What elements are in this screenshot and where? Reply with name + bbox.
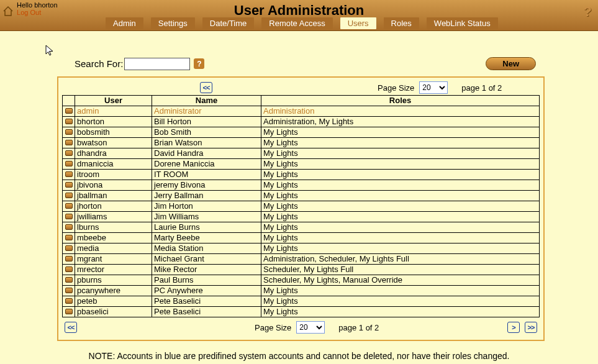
cell-user[interactable]: peteb [75,296,152,307]
table-row[interactable]: mgrantMichael GrantAdministration, Sched… [63,254,540,265]
cell-name[interactable]: PC Anywhere [152,286,261,296]
cell-name[interactable]: David Handra [152,148,261,159]
cell-name[interactable]: Jerry Ballman [152,191,261,201]
table-row[interactable]: jballmanJerry BallmanMy Lights [63,191,540,201]
cell-roles[interactable]: My Lights [261,212,540,222]
cell-user[interactable]: jballman [75,191,152,201]
cell-roles[interactable]: My Lights [261,296,540,307]
logout-link[interactable]: Log Out [17,9,41,16]
row-icon-cell[interactable] [63,286,75,296]
row-icon-cell[interactable] [63,296,75,307]
cell-name[interactable]: Bill Horton [152,117,261,127]
row-icon-cell[interactable] [63,201,75,212]
cell-name[interactable]: Dorene Maniccia [152,159,261,170]
cell-roles[interactable]: My Lights [261,127,540,138]
row-icon-cell[interactable] [63,159,75,170]
pager-last-button[interactable]: >> [525,322,537,333]
cell-name[interactable]: Jim Williams [152,212,261,222]
cell-user[interactable]: pbaselici [75,307,152,317]
row-icon-cell[interactable] [63,106,75,117]
cell-name[interactable]: Pete Baselici [152,307,261,317]
cell-name[interactable]: Michael Grant [152,254,261,265]
row-icon-cell[interactable] [63,233,75,243]
page-size-select[interactable]: 20 [296,321,325,334]
new-button[interactable]: New [486,57,536,70]
cell-roles[interactable]: Administration, Scheduler, My Lights Ful… [261,254,540,265]
tab-users[interactable]: Users [340,17,376,29]
cell-name[interactable]: Mike Rector [152,265,261,275]
row-icon-cell[interactable] [63,138,75,148]
cell-user[interactable]: itroom [75,170,152,180]
cell-name[interactable]: Marty Beebe [152,233,261,243]
row-icon-cell[interactable] [63,243,75,254]
cell-roles[interactable]: My Lights [261,138,540,148]
table-row[interactable]: bwatsonBrian WatsonMy Lights [63,138,540,148]
tab-remote-access[interactable]: Remote Access [261,17,332,29]
cell-user[interactable]: admin [75,106,152,117]
cell-name[interactable]: Pete Baselici [152,296,261,307]
tab-roles[interactable]: Roles [384,17,419,29]
page-size-select[interactable]: 20 [419,81,448,94]
table-row[interactable]: pcanywherePC AnywhereMy Lights [63,286,540,296]
cell-roles[interactable]: My Lights [261,159,540,170]
help-icon[interactable]: ? [584,4,592,20]
col-name[interactable]: Name [152,96,261,106]
cell-roles[interactable]: My Lights [261,170,540,180]
table-row[interactable]: pburnsPaul BurnsScheduler, My Lights, Ma… [63,275,540,286]
cell-user[interactable]: mrector [75,265,152,275]
cell-user[interactable]: bwatson [75,138,152,148]
row-icon-cell[interactable] [63,222,75,233]
col-roles[interactable]: Roles [261,96,540,106]
cell-roles[interactable]: Scheduler, My Lights, Manual Override [261,275,540,286]
table-row[interactable]: pbaseliciPete BaseliciMy Lights [63,307,540,317]
row-icon-cell[interactable] [63,191,75,201]
cell-roles[interactable]: My Lights [261,222,540,233]
cell-user[interactable]: pcanywhere [75,286,152,296]
tab-date-time[interactable]: Date/Time [202,17,254,29]
cell-roles[interactable]: My Lights [261,233,540,243]
cell-roles[interactable]: My Lights [261,307,540,317]
table-row[interactable]: mediaMedia StationMy Lights [63,243,540,254]
cell-name[interactable]: Brian Watson [152,138,261,148]
cell-name[interactable]: Jim Horton [152,201,261,212]
table-row[interactable]: adminAdministratorAdministration [63,106,540,117]
cell-user[interactable]: dhandra [75,148,152,159]
tab-admin[interactable]: Admin [106,17,143,29]
row-icon-cell[interactable] [63,265,75,275]
table-row[interactable]: lburnsLaurie BurnsMy Lights [63,222,540,233]
row-icon-cell[interactable] [63,275,75,286]
table-row[interactable]: dhandraDavid HandraMy Lights [63,148,540,159]
table-row[interactable]: petebPete BaseliciMy Lights [63,296,540,307]
pager-first-button[interactable]: << [65,322,77,333]
cell-user[interactable]: jhorton [75,201,152,212]
tab-weblink-status[interactable]: WebLink Status [427,17,498,29]
cell-roles[interactable]: Administration [261,106,540,117]
cell-name[interactable]: Paul Burns [152,275,261,286]
table-row[interactable]: jbivonajeremy BivonaMy Lights [63,180,540,191]
table-row[interactable]: mrectorMike RectorScheduler, My Lights F… [63,265,540,275]
table-row[interactable]: jwilliamsJim WilliamsMy Lights [63,212,540,222]
search-help-icon[interactable]: ? [194,58,204,69]
col-user[interactable]: User [75,96,152,106]
row-icon-cell[interactable] [63,180,75,191]
row-icon-cell[interactable] [63,254,75,265]
pager-next-button[interactable]: > [507,322,520,333]
table-row[interactable]: itroomIT ROOMMy Lights [63,170,540,180]
search-input[interactable] [124,58,190,70]
pager-first-button[interactable]: << [200,82,212,93]
cell-name[interactable]: Bob Smith [152,127,261,138]
table-row[interactable]: bhortonBill HortonAdministration, My Lig… [63,117,540,127]
cell-roles[interactable]: Administration, My Lights [261,117,540,127]
cell-roles[interactable]: My Lights [261,191,540,201]
cell-user[interactable]: jwilliams [75,212,152,222]
cell-user[interactable]: media [75,243,152,254]
cell-roles[interactable]: Scheduler, My Lights Full [261,265,540,275]
row-icon-cell[interactable] [63,127,75,138]
cell-user[interactable]: bobsmith [75,127,152,138]
row-icon-cell[interactable] [63,170,75,180]
cell-name[interactable]: Administrator [152,106,261,117]
tab-settings[interactable]: Settings [151,17,195,29]
row-icon-cell[interactable] [63,148,75,159]
row-icon-cell[interactable] [63,307,75,317]
cell-roles[interactable]: My Lights [261,243,540,254]
